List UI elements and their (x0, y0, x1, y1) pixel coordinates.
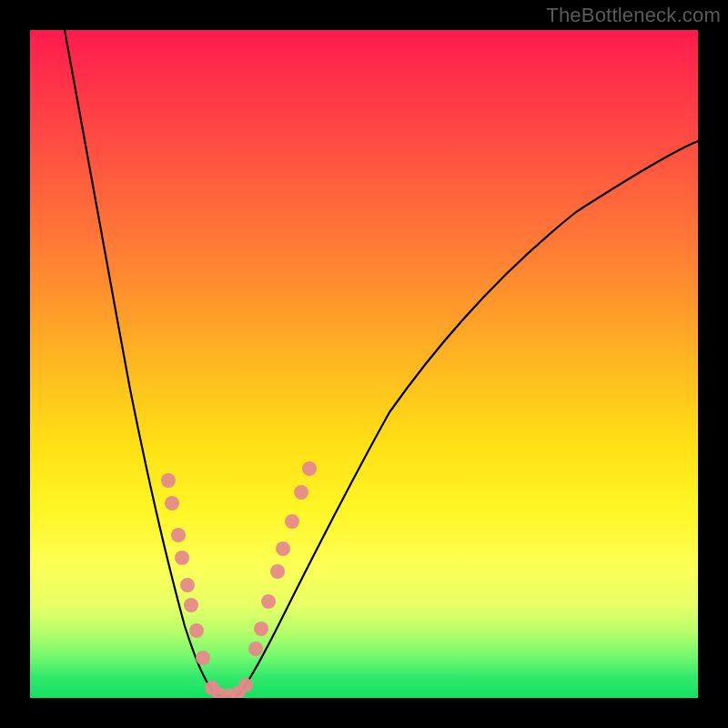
marker-dot (276, 541, 290, 556)
marker-dot (171, 528, 186, 542)
plot-area (30, 30, 698, 698)
markers-left (161, 473, 210, 665)
marker-dot (165, 496, 179, 511)
chart-frame: TheBottleneck.com (0, 0, 728, 728)
curve-left-branch (65, 30, 215, 694)
marker-dot (238, 678, 253, 693)
marker-dot (180, 578, 195, 592)
marker-dot (196, 651, 210, 665)
marker-dot (270, 564, 285, 579)
curve-layer (30, 30, 698, 698)
markers-bottom (205, 678, 253, 698)
marker-dot (161, 473, 176, 488)
marker-dot (248, 642, 263, 656)
marker-dot (285, 514, 299, 529)
marker-dot (294, 485, 308, 500)
marker-dot (189, 623, 204, 638)
curve-right-branch (239, 141, 698, 694)
marker-dot (184, 598, 198, 612)
watermark-text: TheBottleneck.com (546, 4, 721, 27)
markers-right (248, 461, 317, 656)
marker-dot (175, 551, 189, 565)
marker-dot (302, 461, 317, 476)
marker-dot (254, 622, 268, 636)
marker-dot (261, 594, 276, 609)
